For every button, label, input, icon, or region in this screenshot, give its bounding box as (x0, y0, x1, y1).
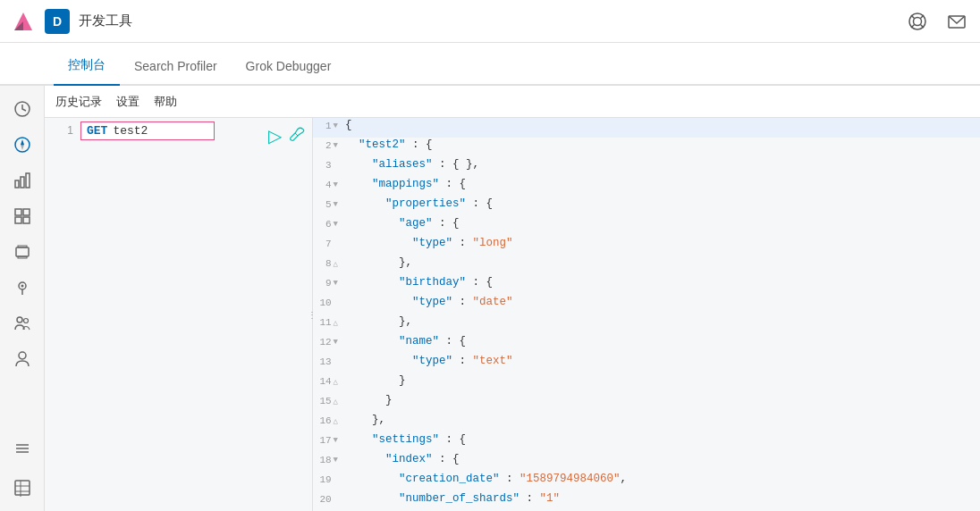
svg-rect-19 (23, 217, 30, 223)
output-line: 3▼ "aliases" : { }, (313, 157, 980, 177)
output-line: 19▼ "creation_date" : "1589794984060", (313, 472, 980, 491)
output-line: 4▼ "mappings" : { (313, 177, 980, 197)
editor-input-wrapper[interactable]: GET test2 (80, 121, 215, 140)
editor-pane: 1 GET test2 ▷ (45, 118, 313, 511)
svg-point-25 (17, 317, 22, 323)
sidebar-item-dashboard[interactable] (6, 200, 38, 232)
sidebar-item-maps[interactable] (6, 272, 38, 304)
top-bar: D 开发工具 (0, 0, 980, 43)
output-line: 8△ }, (313, 256, 980, 275)
editor-output-split: 1 GET test2 ▷ (45, 118, 980, 511)
sidebar-item-clock[interactable] (6, 93, 38, 125)
svg-marker-11 (21, 139, 24, 146)
output-line: 18▼ "index" : { (313, 452, 980, 472)
wrench-button[interactable] (289, 126, 305, 146)
svg-point-26 (23, 319, 28, 323)
editor-path: test2 (113, 124, 148, 138)
output-line: 1▼ { (313, 118, 980, 138)
svg-rect-17 (23, 209, 30, 215)
settings-icon (13, 479, 31, 497)
sidebar-item-compass[interactable] (6, 129, 38, 161)
svg-rect-21 (18, 246, 27, 247)
map-icon (13, 279, 31, 297)
help-button[interactable] (905, 9, 930, 34)
compass-icon (13, 136, 31, 154)
output-line: 16△ }, (313, 413, 980, 432)
app-title: 开发工具 (79, 13, 132, 29)
svg-rect-14 (21, 177, 24, 188)
tab-console[interactable]: 控制台 (54, 46, 120, 86)
sidebar-item-ml[interactable] (6, 307, 38, 339)
svg-point-27 (19, 352, 26, 359)
main-layout: 历史记录 设置 帮助 1 GET test2 ▷ (0, 86, 980, 511)
top-bar-actions (905, 9, 969, 34)
people-icon (13, 314, 31, 332)
svg-line-35 (295, 133, 298, 136)
sidebar-item-person[interactable] (6, 343, 38, 375)
svg-point-24 (21, 285, 23, 288)
run-button[interactable]: ▷ (268, 125, 282, 147)
toolbar: 历史记录 设置 帮助 (45, 86, 980, 118)
output-line: 17▼ "settings" : { (313, 432, 980, 452)
output-line: 10▼ "type" : "date" (313, 295, 980, 314)
toolbar-settings[interactable]: 设置 (116, 94, 139, 110)
layers-icon (13, 243, 31, 261)
svg-rect-15 (26, 173, 30, 188)
grid-icon (13, 207, 31, 225)
editor-code: GET (87, 124, 107, 138)
list-icon (13, 440, 31, 457)
tab-bar: 控制台 Search Profiler Grok Debugger (0, 43, 980, 86)
output-line: 13▼ "type" : "text" (313, 354, 980, 373)
output-line: 20▼ "number_of_shards" : "1" (313, 491, 980, 511)
bar-chart-icon (13, 172, 31, 189)
left-sidebar (0, 86, 45, 511)
output-pane[interactable]: 1▼ { 2▼ "test2" : { 3▼ "aliases" : { }, … (313, 118, 980, 511)
svg-rect-16 (15, 209, 21, 215)
svg-rect-18 (15, 217, 21, 223)
output-line: 14△ } (313, 373, 980, 393)
svg-rect-20 (16, 247, 29, 256)
wrench-icon (289, 126, 305, 142)
clock-icon (13, 100, 31, 118)
output-line: 2▼ "test2" : { (313, 138, 980, 157)
tab-search-profiler[interactable]: Search Profiler (120, 48, 232, 86)
sidebar-item-visualize[interactable] (6, 164, 38, 197)
output-line: 15△ } (313, 393, 980, 413)
toolbar-help[interactable]: 帮助 (154, 94, 177, 110)
svg-rect-31 (15, 481, 30, 495)
editor-actions: ▷ (268, 125, 305, 147)
logo-area: D 开发工具 (11, 9, 894, 34)
svg-point-3 (914, 17, 922, 25)
person-icon (13, 350, 31, 368)
content-area: 历史记录 设置 帮助 1 GET test2 ▷ (45, 86, 980, 511)
output-line: 11△ }, (313, 314, 980, 334)
editor-content: 1 GET test2 ▷ (45, 118, 312, 511)
svg-rect-22 (18, 256, 27, 258)
sidebar-item-list[interactable] (6, 432, 38, 465)
sidebar-item-bottom[interactable] (6, 472, 38, 504)
line-number-1: 1 (52, 124, 73, 137)
output-line: 12▼ "name" : { (313, 334, 980, 354)
mail-icon (947, 12, 967, 31)
drag-handle[interactable]: ⋮ (308, 118, 316, 511)
svg-rect-13 (15, 180, 19, 188)
sidebar-item-canvas[interactable] (6, 236, 38, 268)
lifebuoy-icon (908, 12, 927, 31)
mail-button[interactable] (944, 9, 969, 34)
tab-grok-debugger[interactable]: Grok Debugger (232, 48, 346, 86)
output-line: 9▼ "birthday" : { (313, 275, 980, 295)
output-line: 7▼ "type" : "long" (313, 236, 980, 256)
output-line: 6▼ "age" : { (313, 216, 980, 236)
kibana-logo (11, 9, 36, 34)
output-line: 5▼ "properties" : { (313, 197, 980, 216)
avatar: D (45, 9, 70, 34)
toolbar-history[interactable]: 历史记录 (55, 94, 102, 110)
